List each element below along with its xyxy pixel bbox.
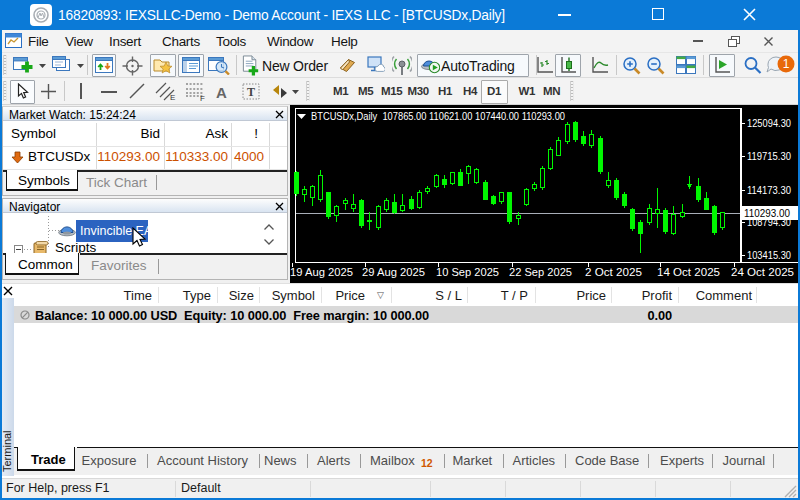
svg-text:103415.30: 103415.30	[747, 249, 791, 261]
svg-text:125094.30: 125094.30	[747, 117, 791, 129]
svg-text:14 Oct 2025: 14 Oct 2025	[657, 266, 720, 278]
svg-text:F: F	[200, 94, 205, 102]
svg-text:24 Oct 2025: 24 Oct 2025	[731, 266, 794, 278]
svg-text:T: T	[247, 85, 255, 99]
svg-text:E: E	[170, 93, 175, 101]
svg-text:114173.30: 114173.30	[747, 184, 791, 196]
svg-text:22 Sep 2025: 22 Sep 2025	[509, 266, 572, 278]
svg-text:1: 1	[783, 57, 790, 71]
svg-text:2 Oct 2025: 2 Oct 2025	[585, 266, 642, 278]
svg-text:19 Aug 2025: 19 Aug 2025	[290, 266, 353, 278]
svg-text:10 Sep 2025: 10 Sep 2025	[436, 266, 499, 278]
svg-text:110293.00: 110293.00	[744, 207, 790, 219]
svg-text:119715.30: 119715.30	[747, 150, 791, 162]
svg-text:BTCUSDx,Daily 107865.00 11062: BTCUSDx,Daily 107865.00 110621.00 107440…	[311, 110, 565, 122]
svg-text:29 Aug 2025: 29 Aug 2025	[362, 266, 425, 278]
